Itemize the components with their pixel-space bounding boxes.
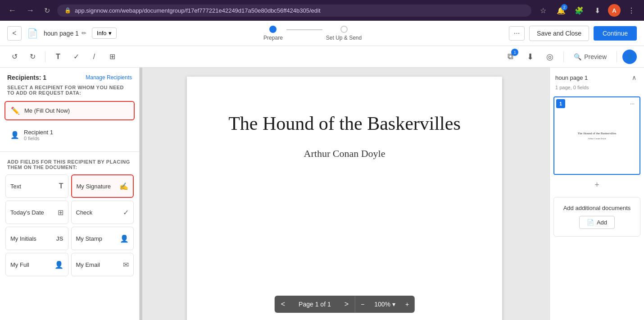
extensions-button[interactable]: 🧩: [572, 3, 586, 18]
field-date-icon: ⊞: [58, 208, 63, 217]
page-thumbnail[interactable]: 1 ··· The Hound of the Baskervilles Arth…: [553, 96, 640, 175]
zoom-level-selector[interactable]: 100% ▾: [370, 297, 400, 311]
browser-forward-button[interactable]: →: [23, 4, 37, 17]
select-recipient-label: SELECT A RECIPIENT FOR WHOM YOU NEED TO …: [0, 85, 139, 99]
collapse-right-panel-button[interactable]: ∧: [630, 73, 639, 82]
download-tool-button[interactable]: ⬇: [522, 49, 538, 65]
browser-chrome: ← → ↻ 🔒 app.signnow.com/webapp/documentg…: [0, 0, 644, 21]
copy-button[interactable]: ⧉ 1: [502, 49, 518, 65]
save-close-button[interactable]: Save and Close: [529, 26, 589, 41]
download-button[interactable]: ⬇: [590, 3, 604, 18]
info-button[interactable]: Info ▾: [92, 27, 117, 39]
add-doc-label: Add: [597, 219, 607, 226]
add-page-button[interactable]: +: [550, 177, 644, 193]
field-check[interactable]: Check ✓: [71, 201, 134, 224]
notifications-button[interactable]: 🔔 2: [554, 3, 568, 18]
edit-title-icon[interactable]: ✏: [82, 30, 86, 37]
progress-steps: Prepare Set Up & Send: [122, 26, 503, 41]
calendar-tool-button[interactable]: ⊞: [105, 50, 119, 64]
bookmark-button[interactable]: ☆: [536, 3, 550, 18]
profile-avatar[interactable]: A: [608, 4, 621, 17]
person-icon: 👤: [10, 131, 19, 139]
field-full-label: My Full: [10, 261, 29, 268]
right-panel-title: houn page 1: [555, 74, 588, 81]
field-initials-icon: JS: [56, 235, 63, 242]
step-prepare-label: Prepare: [263, 35, 283, 41]
toolbar-divider-1: [45, 51, 45, 62]
field-todays-date[interactable]: Today's Date ⊞: [5, 201, 68, 224]
browser-menu-button[interactable]: ⋮: [624, 3, 639, 18]
left-panel: Recipients: 1 Manage Recipients SELECT A…: [0, 68, 140, 320]
recipient-me-info: Me (Fill Out Now): [24, 107, 128, 114]
notification-badge: 2: [561, 4, 567, 10]
back-button[interactable]: <: [7, 26, 22, 41]
prev-page-button[interactable]: <: [275, 296, 291, 313]
field-signature-label: My Signature: [77, 183, 111, 190]
recipients-count: Recipients: 1: [7, 74, 46, 81]
browser-refresh-button[interactable]: ↻: [41, 5, 53, 17]
recipient-me[interactable]: ✏️ Me (Fill Out Now): [5, 101, 135, 120]
field-my-email[interactable]: My Email ✉: [71, 253, 134, 276]
field-my-initials[interactable]: My Initials JS: [5, 227, 68, 250]
field-check-label: Check: [76, 209, 93, 216]
main-layout: Recipients: 1 Manage Recipients SELECT A…: [0, 68, 644, 320]
field-stamp-label: My Stamp: [76, 235, 103, 242]
user-icon: 👤: [626, 53, 634, 60]
back-icon: <: [12, 29, 16, 37]
recipient-me-name: Me (Fill Out Now): [24, 107, 128, 114]
field-date-label: Today's Date: [10, 209, 44, 216]
header-actions: ··· Save and Close Continue: [509, 26, 637, 41]
undo-button[interactable]: ↺: [7, 50, 22, 64]
recipient-1-fields: 0 fields: [24, 136, 129, 141]
copy-badge: 1: [511, 49, 518, 56]
line-tool-button[interactable]: /: [87, 50, 101, 64]
preview-button[interactable]: 🔍 Preview: [569, 50, 611, 63]
step-setup-label: Set Up & Send: [326, 35, 362, 41]
zoom-level-text: 100%: [374, 301, 390, 308]
continue-button[interactable]: Continue: [594, 26, 637, 41]
document-container[interactable]: The Hound of the Baskervilles Arthur Con…: [140, 68, 549, 320]
field-check-icon: ✓: [123, 208, 129, 217]
recipient-1-name: Recipient 1: [24, 129, 129, 136]
field-signature-icon: ✍: [119, 182, 128, 191]
field-my-signature[interactable]: My Signature ✍: [71, 174, 134, 198]
me-icon: ✏️: [11, 106, 20, 115]
user-avatar-circle[interactable]: 👤: [622, 50, 637, 64]
add-document-button[interactable]: 📄 Add: [579, 216, 615, 229]
field-text-icon: T: [59, 182, 63, 190]
redo-button[interactable]: ↻: [25, 50, 40, 64]
right-panel-header: houn page 1 ∧: [550, 68, 644, 85]
field-my-full[interactable]: My Full 👤: [5, 253, 68, 276]
browser-back-button[interactable]: ←: [5, 4, 19, 17]
left-scrollbar[interactable]: [140, 68, 142, 320]
add-doc-icon: 📄: [587, 219, 594, 226]
recipient-1[interactable]: 👤 Recipient 1 0 fields: [5, 124, 135, 146]
url-text: app.signnow.com/webapp/documentgroup/f17…: [75, 7, 321, 14]
zoom-controls: − 100% ▾ +: [355, 296, 414, 312]
field-email-icon: ✉: [123, 261, 129, 269]
lock-icon: 🔒: [64, 7, 71, 14]
document-title: houn page 1 ✏: [44, 30, 86, 37]
add-fields-label: ADD FIELDS FOR THIS RECIPIENT BY PLACING…: [0, 155, 139, 173]
field-text[interactable]: Text T: [5, 174, 68, 198]
step-prepare: Prepare: [263, 26, 283, 41]
toolbar-divider-2: [563, 51, 564, 62]
check-tool-button[interactable]: ✓: [69, 50, 83, 64]
next-page-button[interactable]: >: [338, 296, 355, 313]
add-docs-title: Add additional documents: [563, 205, 631, 211]
zoom-arrow-icon: ▾: [392, 301, 395, 308]
thumbnail-menu-button[interactable]: ···: [627, 99, 638, 108]
location-button[interactable]: ◎: [542, 49, 558, 65]
address-bar[interactable]: 🔒 app.signnow.com/webapp/documentgroup/f…: [57, 5, 531, 17]
page-info-text: Page 1 of 1: [291, 297, 338, 311]
thumbnail-area: 1 ··· The Hound of the Baskervilles Arth…: [550, 95, 644, 177]
more-options-button[interactable]: ···: [509, 26, 525, 41]
field-my-stamp[interactable]: My Stamp 👤: [71, 227, 134, 250]
zoom-in-button[interactable]: +: [400, 296, 414, 312]
thumbnail-author: Arthur Conan Doyle: [588, 137, 606, 140]
text-tool-button[interactable]: T: [51, 50, 65, 64]
manage-recipients-link[interactable]: Manage Recipients: [86, 74, 132, 81]
step-connector: [286, 29, 322, 30]
right-panel-meta: 1 page, 0 fields: [550, 85, 644, 95]
zoom-out-button[interactable]: −: [355, 296, 370, 312]
